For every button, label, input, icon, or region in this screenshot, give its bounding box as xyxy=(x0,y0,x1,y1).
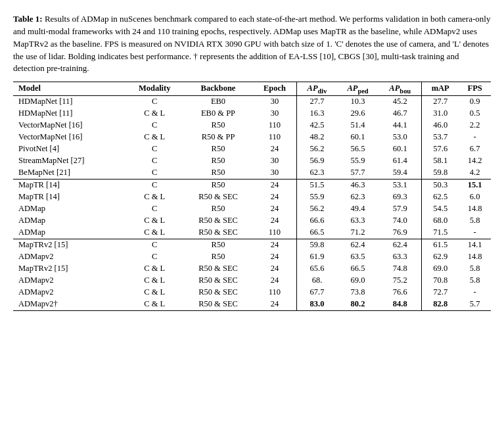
cell-ap_bou: 74.8 xyxy=(378,263,421,275)
cell-map: 27.7 xyxy=(422,95,459,108)
cell-ap_bou: 63.3 xyxy=(378,251,421,263)
cell-model: VectorMapNet [16] xyxy=(13,132,126,143)
cell-ap_ped: 62.4 xyxy=(337,239,379,251)
cell-fps: 6.7 xyxy=(459,143,491,155)
cell-ap_div: 55.9 xyxy=(297,191,337,203)
cell-ap_bou: 45.2 xyxy=(378,95,421,108)
col-apbou: APbou xyxy=(378,82,421,96)
cell-map: 61.5 xyxy=(422,239,459,251)
cell-modality: C & L xyxy=(126,191,183,203)
cell-model: PivotNet [4] xyxy=(13,143,126,155)
cell-backbone: EB0 xyxy=(183,95,252,108)
col-backbone: Backbone xyxy=(183,82,252,96)
table-row: ADMapv2C & LR50 & SEC2468.69.075.270.85.… xyxy=(13,275,491,287)
cell-fps: 14.8 xyxy=(459,203,491,215)
cell-epoch: 24 xyxy=(253,143,297,155)
cell-ap_ped: 71.2 xyxy=(337,227,379,239)
cell-fps: - xyxy=(459,227,491,239)
cell-epoch: 110 xyxy=(253,227,297,239)
col-map: mAP xyxy=(422,82,459,96)
cell-ap_ped: 63.3 xyxy=(337,215,379,227)
cell-ap_bou: 46.7 xyxy=(378,108,421,120)
results-table: Model Modality Backbone Epoch APdiv APpe… xyxy=(13,82,491,311)
cell-ap_div: 68. xyxy=(297,275,337,287)
cell-ap_div: 61.9 xyxy=(297,251,337,263)
cell-ap_bou: 76.9 xyxy=(378,227,421,239)
cell-ap_bou: 44.1 xyxy=(378,120,421,132)
cell-ap_div: 59.8 xyxy=(297,239,337,251)
cell-model: HDMapNet [11] xyxy=(13,108,126,120)
cell-map: 62.9 xyxy=(422,251,459,263)
cell-modality: C & L xyxy=(126,227,183,239)
cell-fps: 15.1 xyxy=(459,179,491,191)
cell-map: 70.8 xyxy=(422,275,459,287)
cell-model: ADMapv2 xyxy=(13,287,126,299)
cell-model: ADMap xyxy=(13,227,126,239)
cell-ap_bou: 61.4 xyxy=(378,155,421,167)
cell-epoch: 30 xyxy=(253,155,297,167)
cell-modality: C & L xyxy=(126,263,183,275)
cell-modality: C & L xyxy=(126,275,183,287)
col-fps: FPS xyxy=(459,82,491,96)
table-row: ADMapC & LR50 & SEC11066.571.276.971.5- xyxy=(13,227,491,239)
cell-fps: 14.8 xyxy=(459,251,491,263)
cell-backbone: R50 & SEC xyxy=(183,215,252,227)
table-label: Table 1: xyxy=(13,14,43,24)
cell-backbone: R50 xyxy=(183,203,252,215)
cell-ap_bou: 59.4 xyxy=(378,167,421,180)
cell-map: 59.8 xyxy=(422,167,459,180)
cell-fps: - xyxy=(459,287,491,299)
cell-modality: C & L xyxy=(126,108,183,120)
cell-fps: 14.1 xyxy=(459,239,491,251)
cell-fps: 4.2 xyxy=(459,167,491,180)
cell-modality: C xyxy=(126,143,183,155)
cell-map: 69.0 xyxy=(422,263,459,275)
cell-backbone: R50 xyxy=(183,239,252,251)
table-row: HDMapNet [11]CEB03027.710.345.227.70.9 xyxy=(13,95,491,108)
cell-map: 46.0 xyxy=(422,120,459,132)
cell-fps: 5.8 xyxy=(459,215,491,227)
cell-fps: 0.5 xyxy=(459,108,491,120)
table-row: MapTRv2 [15]CR502459.862.462.461.514.1 xyxy=(13,239,491,251)
cell-modality: C xyxy=(126,251,183,263)
cell-model: MapTRv2 [15] xyxy=(13,239,126,251)
cell-map: 57.6 xyxy=(422,143,459,155)
col-model: Model xyxy=(13,82,126,96)
cell-fps: 14.2 xyxy=(459,155,491,167)
cell-epoch: 24 xyxy=(253,251,297,263)
cell-map: 54.5 xyxy=(422,203,459,215)
cell-model: HDMapNet [11] xyxy=(13,95,126,108)
cell-epoch: 110 xyxy=(253,120,297,132)
cell-epoch: 24 xyxy=(253,191,297,203)
cell-fps: 2.2 xyxy=(459,120,491,132)
cell-fps: 5.8 xyxy=(459,263,491,275)
cell-ap_ped: 60.1 xyxy=(337,132,379,143)
cell-model: ADMapv2 xyxy=(13,275,126,287)
cell-modality: C & L xyxy=(126,132,183,143)
cell-ap_ped: 62.3 xyxy=(337,191,379,203)
cell-ap_bou: 84.8 xyxy=(378,299,421,311)
cell-ap_div: 66.6 xyxy=(297,215,337,227)
caption-text: Results of ADMap in nuScenes benchmark c… xyxy=(13,14,490,73)
cell-map: 72.7 xyxy=(422,287,459,299)
table-row: ADMapv2C & LR50 & SEC11067.773.876.672.7… xyxy=(13,287,491,299)
cell-modality: C xyxy=(126,239,183,251)
cell-epoch: 24 xyxy=(253,239,297,251)
cell-fps: 6.0 xyxy=(459,191,491,203)
col-modality: Modality xyxy=(126,82,183,96)
cell-epoch: 24 xyxy=(253,263,297,275)
cell-backbone: R50 xyxy=(183,120,252,132)
cell-ap_bou: 74.0 xyxy=(378,215,421,227)
cell-map: 53.7 xyxy=(422,132,459,143)
cell-map: 31.0 xyxy=(422,108,459,120)
cell-epoch: 30 xyxy=(253,95,297,108)
cell-ap_bou: 53.1 xyxy=(378,179,421,191)
cell-ap_bou: 69.3 xyxy=(378,191,421,203)
cell-ap_div: 67.7 xyxy=(297,287,337,299)
cell-ap_bou: 76.6 xyxy=(378,287,421,299)
cell-epoch: 30 xyxy=(253,167,297,180)
cell-ap_div: 62.3 xyxy=(297,167,337,180)
cell-ap_div: 56.9 xyxy=(297,155,337,167)
cell-backbone: R50 & SEC xyxy=(183,263,252,275)
cell-map: 82.8 xyxy=(422,299,459,311)
